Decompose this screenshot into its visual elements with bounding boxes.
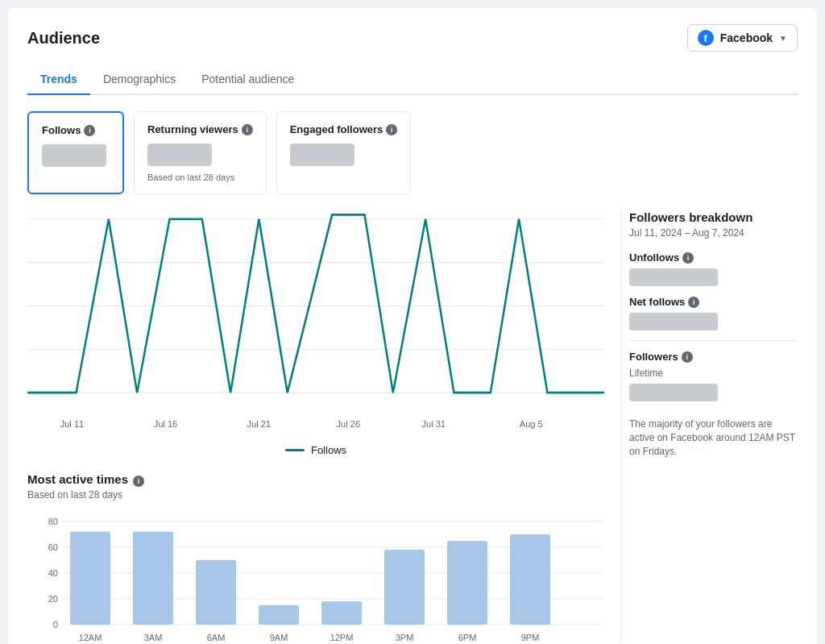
metric-returning-label: Returning viewers i (147, 123, 253, 135)
svg-text:9AM: 9AM (270, 633, 288, 642)
svg-text:12AM: 12AM (79, 633, 102, 642)
svg-rect-24 (259, 605, 299, 625)
most-active-section: Most active times i Based on last 28 day… (27, 472, 604, 642)
metric-engaged-label: Engaged followers i (290, 123, 398, 135)
svg-text:Aug 5: Aug 5 (520, 419, 543, 429)
most-active-info-icon[interactable]: i (133, 476, 144, 487)
engaged-value (290, 143, 354, 166)
chart-legend: Follows (27, 444, 604, 456)
svg-text:9PM: 9PM (521, 633, 540, 642)
follows-value (42, 144, 106, 167)
net-follows-label: Net follows (629, 296, 685, 308)
metric-returning[interactable]: Returning viewers i Based on last 28 day… (134, 111, 267, 194)
svg-text:80: 80 (48, 517, 58, 526)
chevron-down-icon: ▼ (779, 34, 787, 43)
svg-rect-28 (510, 534, 550, 625)
metrics-row: Follows i Returning viewers i Based on l… (27, 111, 798, 194)
net-follows-info-icon[interactable]: i (688, 297, 699, 308)
svg-text:60: 60 (48, 542, 58, 552)
svg-text:12PM: 12PM (330, 633, 354, 642)
page-title: Audience (27, 29, 100, 48)
svg-rect-26 (384, 550, 425, 625)
unfollows-label: Unfollows (629, 251, 679, 264)
unfollows-info-icon[interactable]: i (682, 252, 694, 264)
tabs-nav: Trends Demographics Potential audience (27, 64, 798, 95)
engaged-info-icon[interactable]: i (386, 124, 397, 135)
breakdown-followers: Followers i Lifetime (629, 351, 798, 401)
breakdown-date-range: Jul 11, 2024 – Aug 7, 2024 (629, 227, 798, 239)
net-follows-value (629, 313, 718, 330)
svg-rect-21 (70, 532, 110, 625)
metric-follows[interactable]: Follows i (27, 111, 124, 194)
followers-info-icon[interactable]: i (682, 351, 693, 363)
breakdown-net-follows: Net follows i (629, 296, 798, 330)
active-note: The majority of your followers are activ… (629, 418, 798, 458)
breakdown-unfollows: Unfollows i (629, 251, 798, 286)
svg-text:Jul 21: Jul 21 (247, 419, 272, 429)
svg-text:Jul 26: Jul 26 (337, 419, 361, 429)
line-chart-container: Jul 11 Jul 16 Jul 21 Jul 26 Jul 31 Aug 5 (27, 210, 604, 436)
breakdown-divider (629, 340, 798, 341)
platform-label: Facebook (720, 31, 773, 44)
legend-label: Follows (311, 444, 346, 456)
svg-text:6AM: 6AM (207, 633, 226, 642)
tab-demographics[interactable]: Demographics (90, 64, 189, 95)
most-active-title: Most active times (27, 472, 128, 486)
content-area: Jul 11 Jul 16 Jul 21 Jul 26 Jul 31 Aug 5… (27, 210, 798, 642)
returning-info-icon[interactable]: i (242, 124, 253, 135)
svg-text:6PM: 6PM (458, 633, 477, 642)
legend-line-icon (285, 449, 305, 451)
metric-follows-label: Follows i (42, 124, 110, 136)
svg-text:Jul 11: Jul 11 (60, 419, 85, 429)
line-chart-svg: Jul 11 Jul 16 Jul 21 Jul 26 Jul 31 Aug 5 (27, 210, 604, 436)
lifetime-label: Lifetime (629, 368, 798, 379)
svg-text:3PM: 3PM (396, 633, 414, 642)
svg-rect-23 (196, 560, 236, 625)
bar-chart-container: 80 60 40 20 0 (27, 513, 604, 642)
unfollows-value (629, 268, 718, 286)
follows-info-icon[interactable]: i (84, 125, 95, 136)
metric-engaged[interactable]: Engaged followers i (276, 111, 412, 194)
svg-text:3AM: 3AM (144, 633, 163, 642)
svg-rect-22 (133, 532, 173, 625)
page-header: Audience f Facebook ▼ (27, 24, 798, 52)
platform-selector[interactable]: f Facebook ▼ (687, 24, 798, 52)
followers-label: Followers (629, 351, 678, 363)
left-panel: Jul 11 Jul 16 Jul 21 Jul 26 Jul 31 Aug 5… (27, 210, 604, 642)
svg-text:Jul 31: Jul 31 (421, 419, 446, 429)
page-wrapper: Audience f Facebook ▼ Trends Demographic… (8, 8, 817, 644)
returning-note: Based on last 28 days (147, 172, 253, 182)
right-panel: Followers breakdown Jul 11, 2024 – Aug 7… (620, 210, 798, 642)
bar-chart-svg: 80 60 40 20 0 (27, 513, 604, 644)
svg-rect-27 (447, 541, 487, 625)
svg-text:Jul 16: Jul 16 (154, 419, 178, 429)
svg-text:0: 0 (53, 620, 58, 629)
svg-text:40: 40 (48, 568, 58, 578)
breakdown-title: Followers breakdown (629, 210, 798, 224)
most-active-subtitle: Based on last 28 days (27, 489, 604, 501)
main-card: Audience f Facebook ▼ Trends Demographic… (8, 8, 817, 644)
tab-trends[interactable]: Trends (27, 64, 90, 95)
svg-rect-25 (321, 601, 362, 625)
followers-lifetime-value (629, 384, 718, 401)
tab-potential-audience[interactable]: Potential audience (189, 64, 307, 95)
facebook-icon: f (698, 30, 714, 46)
svg-text:20: 20 (48, 594, 58, 604)
returning-value (147, 143, 212, 166)
